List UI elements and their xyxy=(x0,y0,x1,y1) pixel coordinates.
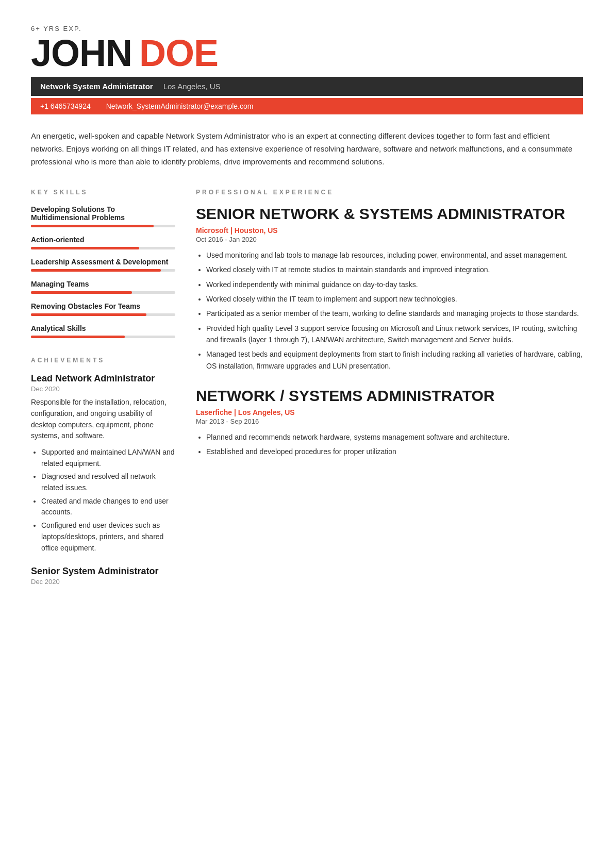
job-dates: Mar 2013 - Sep 2016 xyxy=(196,418,583,425)
achievement-bullet: Diagnosed and resolved all network relat… xyxy=(41,471,175,493)
skill-name: Action-oriented xyxy=(31,236,175,244)
achievement-bullets: Supported and maintained LAN/WAN and rel… xyxy=(31,447,175,554)
skill-item: Removing Obstacles For Teams xyxy=(31,302,175,316)
achievement-date: Dec 2020 xyxy=(31,385,175,393)
achievements-section-label: ACHIEVEMENTS xyxy=(31,357,175,364)
skill-bar-bg xyxy=(31,247,175,249)
achievement-date: Dec 2020 xyxy=(31,578,175,586)
achievement-title: Lead Network Administrator xyxy=(31,373,175,384)
job-bullet: Established and developed procedures for… xyxy=(206,446,583,457)
title-bar: Network System Administrator Los Angeles… xyxy=(31,77,583,96)
exp-label: 6+ YRS EXP. xyxy=(31,25,583,32)
skill-bar-fill xyxy=(31,247,139,249)
job-bullets: Used monitoring and lab tools to manage … xyxy=(196,249,583,372)
first-name: JOHN xyxy=(31,35,132,72)
skill-name: Developing Solutions To Multidimensional… xyxy=(31,205,175,222)
skill-bar-fill xyxy=(31,291,132,294)
skill-bar-fill xyxy=(31,336,125,338)
achievement-bullet: Supported and maintained LAN/WAN and rel… xyxy=(41,447,175,469)
achievement-bullet: Configured end user devices such as lapt… xyxy=(41,520,175,554)
skill-item: Leadership Assessment & Development xyxy=(31,258,175,272)
skill-bar-bg xyxy=(31,336,175,338)
jobs-list: SENIOR NETWORK & SYSTEMS ADMINISTRATOR M… xyxy=(196,205,583,457)
achievement-item: Lead Network Administrator Dec 2020 Resp… xyxy=(31,373,175,554)
skill-name: Managing Teams xyxy=(31,280,175,288)
job-title-header: Network System Administrator xyxy=(40,82,153,91)
job-bullet: Managed test beds and equipment deployme… xyxy=(206,348,583,372)
job-dates: Oct 2016 - Jan 2020 xyxy=(196,236,583,243)
skill-name: Removing Obstacles For Teams xyxy=(31,302,175,310)
skill-bar-bg xyxy=(31,313,175,316)
skill-name: Leadership Assessment & Development xyxy=(31,258,175,266)
job-bullet: Planned and recommends network hardware,… xyxy=(206,431,583,443)
last-name: DOE xyxy=(139,35,218,72)
name-block: JOHN DOE xyxy=(31,35,583,72)
skill-item: Analytical Skills xyxy=(31,324,175,338)
job-item: SENIOR NETWORK & SYSTEMS ADMINISTRATOR M… xyxy=(196,205,583,372)
job-bullet: Provided high quality Level 3 support se… xyxy=(206,323,583,346)
job-bullet: Participated as a senior member of the t… xyxy=(206,308,583,319)
achievement-desc: Responsible for the installation, reloca… xyxy=(31,397,175,442)
job-bullet: Worked closely within the IT team to imp… xyxy=(206,293,583,305)
job-bullets: Planned and recommends network hardware,… xyxy=(196,431,583,458)
right-column: PROFESSIONAL EXPERIENCE SENIOR NETWORK &… xyxy=(196,189,583,598)
summary-text: An energetic, well-spoken and capable Ne… xyxy=(31,130,583,168)
email: Network_SystemAdministrator@example.com xyxy=(106,102,254,110)
achievements-list: Lead Network Administrator Dec 2020 Resp… xyxy=(31,373,175,586)
skill-item: Action-oriented xyxy=(31,236,175,249)
skill-item: Managing Teams xyxy=(31,280,175,294)
job-position-title: NETWORK / SYSTEMS ADMINISTRATOR xyxy=(196,387,583,405)
skill-bar-fill xyxy=(31,269,161,272)
main-content: KEY SKILLS Developing Solutions To Multi… xyxy=(31,189,583,598)
left-column: KEY SKILLS Developing Solutions To Multi… xyxy=(31,189,175,598)
achievements-section: ACHIEVEMENTS Lead Network Administrator … xyxy=(31,357,175,586)
job-item: NETWORK / SYSTEMS ADMINISTRATOR Laserfic… xyxy=(196,387,583,457)
job-bullet: Worked independently with minimal guidan… xyxy=(206,279,583,290)
phone: +1 6465734924 xyxy=(40,102,91,110)
experience-section-label: PROFESSIONAL EXPERIENCE xyxy=(196,189,583,196)
skill-bar-bg xyxy=(31,225,175,227)
job-company: Microsoft | Houston, US xyxy=(196,226,583,235)
skills-section-label: KEY SKILLS xyxy=(31,189,175,196)
skills-list: Developing Solutions To Multidimensional… xyxy=(31,205,175,338)
location: Los Angeles, US xyxy=(163,82,221,91)
skill-bar-fill xyxy=(31,225,154,227)
achievement-title: Senior System Administrator xyxy=(31,566,175,577)
contact-bar: +1 6465734924 Network_SystemAdministrato… xyxy=(31,98,583,114)
skill-bar-bg xyxy=(31,269,175,272)
skill-name: Analytical Skills xyxy=(31,324,175,332)
achievement-item: Senior System Administrator Dec 2020 xyxy=(31,566,175,586)
skill-item: Developing Solutions To Multidimensional… xyxy=(31,205,175,227)
job-bullet: Worked closely with IT at remote studios… xyxy=(206,264,583,275)
skill-bar-bg xyxy=(31,291,175,294)
job-position-title: SENIOR NETWORK & SYSTEMS ADMINISTRATOR xyxy=(196,205,583,223)
skill-bar-fill xyxy=(31,313,146,316)
job-company: Laserfiche | Los Angeles, US xyxy=(196,408,583,416)
job-bullet: Used monitoring and lab tools to manage … xyxy=(206,249,583,261)
achievement-bullet: Created and made changes to end user acc… xyxy=(41,496,175,518)
